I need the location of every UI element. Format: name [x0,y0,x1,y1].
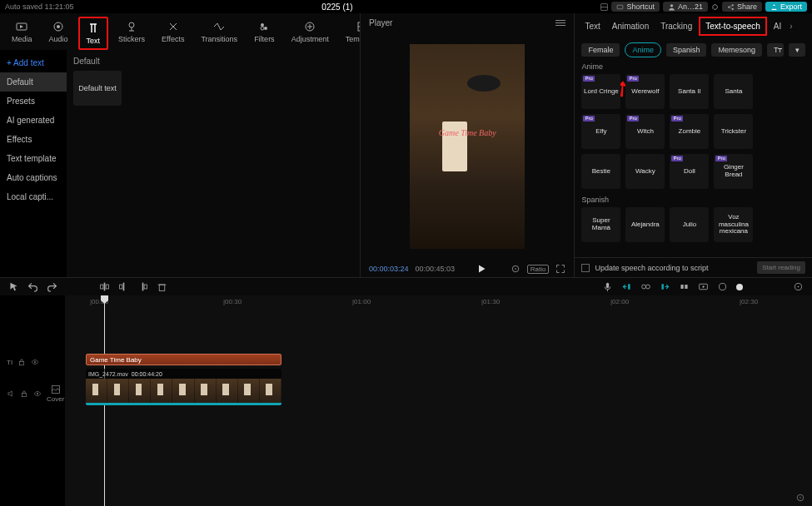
inspector-tabs: TextAnimationTrackingText-to-speechAI› [575,13,812,39]
timeline[interactable]: TI Cover |00.00|00:30|01:00|01:30|02:00|… [0,295,812,506]
trim-right-icon[interactable] [137,281,148,292]
cover-button[interactable]: Cover [47,384,64,403]
ruler-mark: |02:30 [740,298,758,305]
time-ruler[interactable]: |00.00|00:30|01:00|01:30|02:00|02:30 [65,295,812,310]
voice-alejandra[interactable]: Alejandra [625,207,665,242]
shortcut-button[interactable]: Shortcut [611,2,660,12]
magnet-right-icon[interactable] [660,281,670,292]
start-reading-button[interactable]: Start reading [757,261,805,274]
voice-witch[interactable]: ProWitch [625,114,665,149]
sidebar-item-effects[interactable]: Effects [0,130,67,149]
zoom-handle[interactable] [736,284,743,290]
timeline-settings-icon[interactable] [793,281,804,292]
scale-icon[interactable] [511,264,521,274]
export-button[interactable]: Export [765,2,807,12]
inspector-tab-text-to-speech[interactable]: Text-to-speech [699,17,767,36]
link-icon[interactable] [640,281,651,292]
svg-point-13 [261,23,264,27]
project-title: 0225 (1) [74,2,601,12]
voice-santa-ii[interactable]: Santa II [670,74,709,109]
library-tab-media[interactable]: Media [5,17,39,50]
svg-point-11 [57,25,60,28]
timeline-zoom-icon[interactable] [795,493,805,503]
account-chip[interactable]: An…21 [663,2,708,12]
add-text-button[interactable]: Add text [0,53,67,72]
inspector-tab-animation[interactable]: Animation [607,18,654,34]
voice-trickster[interactable]: Trickster [714,114,753,149]
sidebar-item-auto-captions[interactable]: Auto captions [0,168,67,187]
player-menu-icon[interactable] [555,20,565,26]
text-clip[interactable]: Game Time Baby [86,354,281,365]
svg-rect-27 [123,283,125,291]
video-clip[interactable]: IMG_2472.mov00:00:44:20 [86,369,281,405]
default-text-thumb[interactable]: Default text [73,71,122,106]
filter-spanish[interactable]: Spanish [666,43,707,57]
svg-point-45 [34,361,36,363]
filter-more-icon[interactable]: ▾ [789,43,805,57]
lock-icon[interactable] [20,389,28,398]
eye-icon[interactable] [33,389,42,398]
pointer-tool-icon[interactable] [8,281,19,292]
inspector-tab-tracking[interactable]: Tracking [655,18,697,34]
voice-wacky[interactable]: Wacky [625,154,665,189]
filter-female[interactable]: Female [581,43,620,57]
voice-julio[interactable]: Julio [670,207,709,242]
voice-werewolf[interactable]: ProWerewolf [625,74,665,109]
filter-anime[interactable]: Anime [625,42,661,57]
magnet-left-icon[interactable] [621,281,632,292]
filter-settings-icon[interactable]: Tᴛ [767,43,784,57]
inspector-tab-ai[interactable]: AI [769,18,786,34]
voice-bestie[interactable]: Bestie [581,154,620,189]
svg-rect-44 [20,361,24,365]
undo-icon[interactable] [27,281,38,292]
voice-santa[interactable]: Santa [714,74,753,109]
filter-memesong[interactable]: Memesong [711,43,762,57]
zoom-slider-icon[interactable] [717,281,728,292]
fullscreen-icon[interactable] [555,264,565,274]
svg-rect-38 [680,285,683,289]
library-tab-adjustment[interactable]: Adjustment [285,17,336,50]
redo-icon[interactable] [47,281,57,292]
update-speech-checkbox[interactable] [581,264,590,272]
svg-rect-46 [22,393,27,396]
voice-voz-masculina-mexicana[interactable]: Voz masculina mexicana [714,207,753,242]
share-button[interactable]: Share [722,2,762,12]
mic-icon[interactable] [602,281,613,292]
svg-point-6 [732,7,734,9]
voice-super-mam-[interactable]: Super Mamá [581,207,620,242]
delete-icon[interactable] [157,281,167,292]
preview-icon[interactable] [698,281,709,292]
voice-ginger-bread[interactable]: ProGinger Bread [714,154,753,189]
voice-zombie[interactable]: ProZombie [670,114,709,149]
voice-doll[interactable]: ProDoll [670,154,709,189]
lock-icon[interactable] [17,358,26,366]
layout-icon[interactable] [600,3,608,11]
voice-lord-cringe[interactable]: ProLord Cringe [581,74,620,109]
svg-rect-37 [661,284,663,290]
voice-section-heading: Spanish [581,196,805,204]
mute-icon[interactable] [7,389,15,398]
play-button[interactable] [476,264,486,274]
library-tab-text[interactable]: Text [78,17,109,50]
trim-left-icon[interactable] [118,281,129,292]
library-tab-audio[interactable]: Audio [42,17,75,50]
library-tab-filters[interactable]: Filters [247,17,281,50]
reload-icon[interactable] [711,3,719,11]
chevron-right-icon[interactable]: › [788,22,794,31]
library-tab-transitions[interactable]: Transitions [194,17,244,50]
sidebar-item-default[interactable]: Default [0,72,67,92]
eye-icon[interactable] [31,358,39,366]
split-icon[interactable] [99,281,110,292]
library-tab-effects[interactable]: Effects [155,17,191,50]
ratio-button[interactable]: Ratio [527,265,550,274]
sidebar-item-presets[interactable]: Presets [0,92,67,111]
sidebar-item-ai-generated[interactable]: AI generated [0,111,67,130]
library-panel: MediaAudioTextStickersEffectsTransitions… [0,13,360,277]
sidebar-item-text-template[interactable]: Text template [0,149,67,168]
video-preview[interactable]: Game Time Baby [410,44,525,249]
voice-elfy[interactable]: ProElfy [581,114,620,149]
library-tab-stickers[interactable]: Stickers [112,17,152,50]
inspector-tab-text[interactable]: Text [580,18,605,34]
sidebar-item-local-capti-[interactable]: Local capti... [0,187,67,206]
snap-icon[interactable] [679,281,690,292]
